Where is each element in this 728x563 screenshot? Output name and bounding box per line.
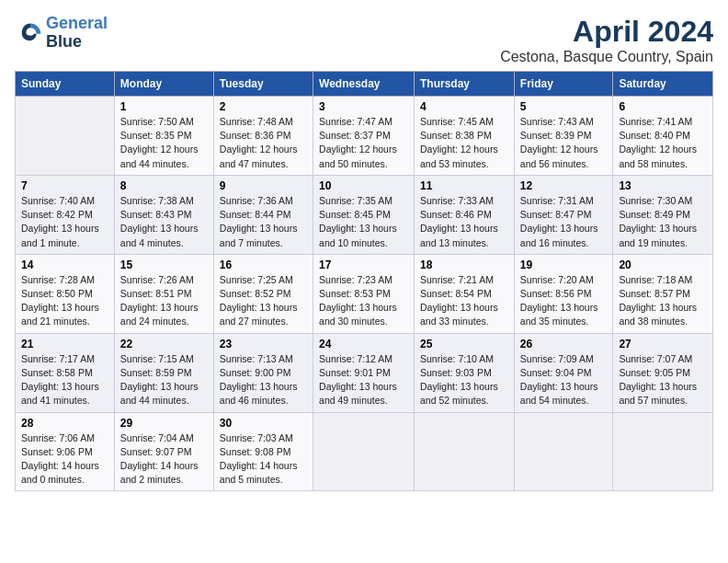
day-number: 2 xyxy=(220,100,307,113)
calendar-cell: 19Sunrise: 7:20 AMSunset: 8:56 PMDayligh… xyxy=(514,254,613,333)
cell-info: Sunrise: 7:23 AMSunset: 8:53 PMDaylight:… xyxy=(319,273,408,329)
logo: GeneralBlue xyxy=(15,15,108,52)
calendar-cell: 27Sunrise: 7:07 AMSunset: 9:05 PMDayligh… xyxy=(613,333,713,412)
calendar-cell: 8Sunrise: 7:38 AMSunset: 8:43 PMDaylight… xyxy=(114,175,213,254)
calendar-cell: 23Sunrise: 7:13 AMSunset: 9:00 PMDayligh… xyxy=(213,333,313,412)
subtitle: Cestona, Basque Country, Spain xyxy=(500,49,713,65)
day-number: 30 xyxy=(220,417,307,430)
logo-icon xyxy=(18,18,44,44)
day-number: 24 xyxy=(319,338,408,350)
cell-info: Sunrise: 7:21 AMSunset: 8:54 PMDaylight:… xyxy=(420,273,508,329)
dow-header: Sunday xyxy=(16,72,115,97)
day-number: 13 xyxy=(619,179,707,192)
calendar-cell: 25Sunrise: 7:10 AMSunset: 9:03 PMDayligh… xyxy=(415,333,515,412)
calendar-cell: 4Sunrise: 7:45 AMSunset: 8:38 PMDaylight… xyxy=(415,97,515,176)
cell-info: Sunrise: 7:26 AMSunset: 8:51 PMDaylight:… xyxy=(120,273,208,329)
cell-info: Sunrise: 7:43 AMSunset: 8:39 PMDaylight:… xyxy=(520,115,608,171)
cell-info: Sunrise: 7:33 AMSunset: 8:46 PMDaylight:… xyxy=(420,194,508,250)
day-number: 17 xyxy=(319,259,408,271)
calendar-cell: 6Sunrise: 7:41 AMSunset: 8:40 PMDaylight… xyxy=(613,97,713,176)
cell-info: Sunrise: 7:31 AMSunset: 8:47 PMDaylight:… xyxy=(520,194,608,250)
day-number: 29 xyxy=(120,417,208,430)
calendar-cell: 21Sunrise: 7:17 AMSunset: 8:58 PMDayligh… xyxy=(16,333,115,412)
day-number: 19 xyxy=(520,259,608,271)
dow-header: Monday xyxy=(114,72,213,97)
day-number: 22 xyxy=(120,338,208,350)
calendar-cell: 7Sunrise: 7:40 AMSunset: 8:42 PMDaylight… xyxy=(16,175,115,254)
calendar-table: SundayMondayTuesdayWednesdayThursdayFrid… xyxy=(15,71,713,491)
calendar-cell xyxy=(514,412,613,491)
cell-info: Sunrise: 7:28 AMSunset: 8:50 PMDaylight:… xyxy=(21,273,108,329)
day-number: 3 xyxy=(319,100,408,113)
day-number: 27 xyxy=(619,338,707,350)
day-number: 7 xyxy=(21,179,108,192)
cell-info: Sunrise: 7:17 AMSunset: 8:58 PMDaylight:… xyxy=(21,352,108,408)
cell-info: Sunrise: 7:12 AMSunset: 9:01 PMDaylight:… xyxy=(319,352,408,408)
day-number: 4 xyxy=(420,100,508,113)
cell-info: Sunrise: 7:36 AMSunset: 8:44 PMDaylight:… xyxy=(220,194,307,250)
cell-info: Sunrise: 7:25 AMSunset: 8:52 PMDaylight:… xyxy=(220,273,307,329)
calendar-cell: 14Sunrise: 7:28 AMSunset: 8:50 PMDayligh… xyxy=(16,254,115,333)
calendar-cell: 12Sunrise: 7:31 AMSunset: 8:47 PMDayligh… xyxy=(514,175,613,254)
calendar-cell: 24Sunrise: 7:12 AMSunset: 9:01 PMDayligh… xyxy=(313,333,415,412)
title-block: April 2024 Cestona, Basque Country, Spai… xyxy=(500,15,713,65)
cell-info: Sunrise: 7:48 AMSunset: 8:36 PMDaylight:… xyxy=(220,115,307,171)
calendar-cell: 30Sunrise: 7:03 AMSunset: 9:08 PMDayligh… xyxy=(213,412,313,491)
dow-header: Friday xyxy=(514,72,613,97)
cell-info: Sunrise: 7:09 AMSunset: 9:04 PMDaylight:… xyxy=(520,352,608,408)
calendar-week-row: 28Sunrise: 7:06 AMSunset: 9:06 PMDayligh… xyxy=(16,412,713,491)
calendar-cell: 20Sunrise: 7:18 AMSunset: 8:57 PMDayligh… xyxy=(613,254,713,333)
calendar-cell: 17Sunrise: 7:23 AMSunset: 8:53 PMDayligh… xyxy=(313,254,415,333)
dow-header: Wednesday xyxy=(313,72,415,97)
cell-info: Sunrise: 7:15 AMSunset: 8:59 PMDaylight:… xyxy=(120,352,208,408)
day-number: 10 xyxy=(319,179,408,192)
cell-info: Sunrise: 7:50 AMSunset: 8:35 PMDaylight:… xyxy=(120,115,208,171)
calendar-cell: 22Sunrise: 7:15 AMSunset: 8:59 PMDayligh… xyxy=(114,333,213,412)
cell-info: Sunrise: 7:35 AMSunset: 8:45 PMDaylight:… xyxy=(319,194,408,250)
cell-info: Sunrise: 7:41 AMSunset: 8:40 PMDaylight:… xyxy=(619,115,707,171)
day-number: 12 xyxy=(520,179,608,192)
cell-info: Sunrise: 7:07 AMSunset: 9:05 PMDaylight:… xyxy=(619,352,707,408)
dow-header: Tuesday xyxy=(213,72,313,97)
cell-info: Sunrise: 7:18 AMSunset: 8:57 PMDaylight:… xyxy=(619,273,707,329)
cell-info: Sunrise: 7:20 AMSunset: 8:56 PMDaylight:… xyxy=(520,273,608,329)
calendar-cell: 5Sunrise: 7:43 AMSunset: 8:39 PMDaylight… xyxy=(514,97,613,176)
calendar-cell: 16Sunrise: 7:25 AMSunset: 8:52 PMDayligh… xyxy=(213,254,313,333)
calendar-week-row: 1Sunrise: 7:50 AMSunset: 8:35 PMDaylight… xyxy=(16,97,713,176)
calendar-cell xyxy=(415,412,515,491)
day-number: 28 xyxy=(21,417,108,430)
days-of-week-row: SundayMondayTuesdayWednesdayThursdayFrid… xyxy=(16,72,713,97)
calendar-cell: 15Sunrise: 7:26 AMSunset: 8:51 PMDayligh… xyxy=(114,254,213,333)
cell-info: Sunrise: 7:47 AMSunset: 8:37 PMDaylight:… xyxy=(319,115,408,171)
calendar-cell: 1Sunrise: 7:50 AMSunset: 8:35 PMDaylight… xyxy=(114,97,213,176)
page-header: GeneralBlue April 2024 Cestona, Basque C… xyxy=(15,15,713,65)
cell-info: Sunrise: 7:38 AMSunset: 8:43 PMDaylight:… xyxy=(120,194,208,250)
day-number: 21 xyxy=(21,338,108,350)
cell-info: Sunrise: 7:04 AMSunset: 9:07 PMDaylight:… xyxy=(120,431,208,488)
calendar-cell: 28Sunrise: 7:06 AMSunset: 9:06 PMDayligh… xyxy=(16,412,115,491)
cell-info: Sunrise: 7:06 AMSunset: 9:06 PMDaylight:… xyxy=(21,431,108,488)
calendar-week-row: 7Sunrise: 7:40 AMSunset: 8:42 PMDaylight… xyxy=(16,175,713,254)
cell-info: Sunrise: 7:45 AMSunset: 8:38 PMDaylight:… xyxy=(420,115,508,171)
calendar-cell: 3Sunrise: 7:47 AMSunset: 8:37 PMDaylight… xyxy=(313,97,415,176)
day-number: 11 xyxy=(420,179,508,192)
day-number: 16 xyxy=(220,259,307,271)
cell-info: Sunrise: 7:03 AMSunset: 9:08 PMDaylight:… xyxy=(220,431,307,488)
calendar-cell: 10Sunrise: 7:35 AMSunset: 8:45 PMDayligh… xyxy=(313,175,415,254)
calendar-cell: 18Sunrise: 7:21 AMSunset: 8:54 PMDayligh… xyxy=(415,254,515,333)
calendar-cell: 9Sunrise: 7:36 AMSunset: 8:44 PMDaylight… xyxy=(213,175,313,254)
day-number: 26 xyxy=(520,338,608,350)
calendar-cell xyxy=(613,412,713,491)
main-title: April 2024 xyxy=(500,15,713,49)
calendar-cell: 29Sunrise: 7:04 AMSunset: 9:07 PMDayligh… xyxy=(114,412,213,491)
day-number: 23 xyxy=(220,338,307,350)
day-number: 20 xyxy=(619,259,707,271)
calendar-week-row: 14Sunrise: 7:28 AMSunset: 8:50 PMDayligh… xyxy=(16,254,713,333)
dow-header: Thursday xyxy=(415,72,515,97)
calendar-cell: 11Sunrise: 7:33 AMSunset: 8:46 PMDayligh… xyxy=(415,175,515,254)
calendar-cell xyxy=(16,97,115,176)
day-number: 1 xyxy=(120,100,208,113)
day-number: 15 xyxy=(120,259,208,271)
day-number: 9 xyxy=(220,179,307,192)
day-number: 25 xyxy=(420,338,508,350)
